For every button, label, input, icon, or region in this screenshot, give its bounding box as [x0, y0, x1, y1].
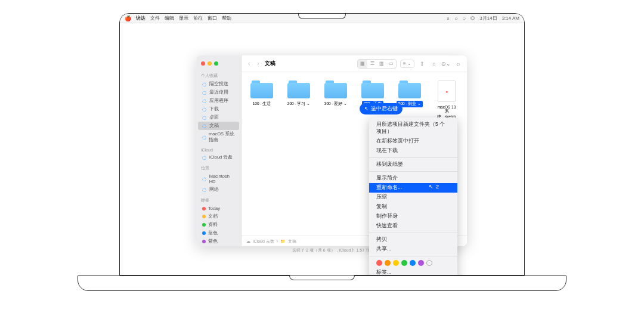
sidebar-item[interactable]: ◌iCloud 云盘	[196, 153, 241, 162]
context-menu-item-label: 现在下载	[376, 147, 398, 154]
menubar-item-file[interactable]: 文件	[150, 15, 160, 21]
sidebar-item[interactable]: 蓝色	[196, 229, 241, 237]
context-menu-item[interactable]: 移到废纸篓	[369, 160, 457, 169]
sidebar-item[interactable]: ◌最近使用	[196, 88, 241, 97]
sidebar-item[interactable]: ◌隔空投送	[196, 80, 241, 88]
folder-icon	[361, 80, 384, 98]
menubar-item-go[interactable]: 前往	[193, 15, 203, 21]
share-button[interactable]: ⇪	[418, 60, 426, 68]
search-button[interactable]: ⌕	[454, 60, 462, 68]
context-menu-item[interactable]: 在新标签页中打开	[369, 137, 457, 146]
sidebar-item[interactable]: ◌macOS 系统指南	[196, 130, 241, 144]
tag-color-dot[interactable]	[426, 260, 432, 266]
sidebar-item-label: 蓝色	[208, 230, 218, 236]
menubar-app-name[interactable]: 访达	[136, 15, 145, 21]
context-menu-item-label: 拷贝	[376, 236, 387, 243]
tag-color-dot[interactable]	[418, 260, 424, 266]
icon-view-button[interactable]: ▦	[358, 60, 367, 68]
context-menu-item[interactable]: 制作替身	[369, 212, 457, 221]
context-menu-item-label: 移到废纸篓	[376, 161, 403, 168]
folder-item[interactable]: 300 - 爱好 ⌄	[323, 80, 349, 107]
sidebar-item[interactable]: ◌Macintosh HD	[196, 172, 241, 185]
context-menu-item-label: 压缩	[376, 194, 387, 201]
sidebar-item-label: Today	[208, 206, 220, 211]
tag-color-dot[interactable]	[385, 260, 391, 266]
sidebar-item-label: 应用程序	[209, 98, 228, 104]
group-dropdown[interactable]: ≡ ⌄	[400, 60, 414, 68]
sidebar-item-label: 紫色	[208, 239, 218, 244]
sidebar-section-header: 标签	[196, 196, 241, 205]
tag-dot-icon	[202, 207, 206, 210]
menubar-item-view[interactable]: 显示	[179, 15, 188, 21]
sidebar-item[interactable]: 资料	[196, 221, 241, 229]
doc-icon: ◌	[202, 123, 207, 129]
tag-color-dot[interactable]	[410, 260, 416, 266]
sidebar-item[interactable]: ◌文稿	[198, 122, 239, 130]
menubar-item-edit[interactable]: 编辑	[165, 15, 174, 21]
sidebar-item-label: 资料	[208, 222, 218, 228]
sidebar-item[interactable]: Today	[196, 205, 241, 212]
tag-dot-icon	[202, 223, 206, 227]
minimize-button[interactable]	[208, 61, 212, 66]
sketch-file-icon: ●	[438, 80, 456, 102]
menubar-item-help[interactable]: 帮助	[222, 15, 231, 21]
context-menu-item[interactable]: 压缩	[369, 193, 457, 202]
folder-item[interactable]: 100 - 生活	[249, 80, 275, 107]
context-menu-item-label: 用所选项目新建文件夹（5 个项目）	[376, 121, 450, 135]
zoom-button[interactable]	[214, 61, 218, 66]
context-menu-item[interactable]: 用所选项目新建文件夹（5 个项目）	[369, 120, 457, 137]
context-menu-item[interactable]: 标签...	[369, 268, 457, 275]
laptop-base	[78, 275, 566, 291]
context-menu-item-label: 制作替身	[376, 213, 398, 220]
path-segment[interactable]: 文稿	[288, 239, 296, 244]
menubar-item-window[interactable]: 窗口	[208, 15, 217, 21]
control-center-icon[interactable]: ⌬	[470, 16, 475, 21]
sidebar-item[interactable]: ◌网络	[196, 185, 241, 194]
tag-color-dot[interactable]	[393, 260, 399, 266]
apple-menu-icon[interactable]: 🍎	[125, 16, 131, 21]
user-icon[interactable]: ⍜	[463, 16, 466, 21]
sidebar-item-label: 下载	[209, 106, 219, 112]
tag-color-dot[interactable]	[376, 260, 382, 266]
folder-icon	[287, 80, 310, 98]
context-menu-item[interactable]: 共享...	[369, 244, 457, 254]
menubar-time[interactable]: 3:14 AM	[502, 16, 519, 21]
annotation-bubble-2-text: 2	[436, 184, 439, 190]
tag-color-dot[interactable]	[401, 260, 407, 266]
cursor-icon: ↖	[364, 106, 369, 112]
folder-icon: ☁	[246, 239, 250, 244]
context-menu-item[interactable]: 拷贝	[369, 235, 457, 244]
tag-button[interactable]: ⌂	[430, 60, 438, 68]
sidebar-item[interactable]: 文档	[196, 212, 241, 221]
back-button[interactable]: ‹	[246, 60, 252, 67]
context-menu-item[interactable]: 显示简介	[369, 174, 457, 183]
sidebar-item[interactable]: ◌下载	[196, 105, 241, 113]
disk-icon: ◌	[202, 177, 207, 182]
list-view-button[interactable]: ☰	[367, 60, 377, 68]
file-item[interactable]: ●macOS 13 系统...sketch	[434, 80, 460, 120]
action-dropdown[interactable]: ⊙⌄	[442, 60, 450, 68]
folder-label: 200 - 学习 ⌄	[286, 101, 312, 107]
gallery-view-button[interactable]: ▭	[386, 60, 396, 68]
folder-item[interactable]: 200 - 学习 ⌄	[286, 80, 312, 107]
sidebar-item[interactable]: ◌桌面	[196, 113, 241, 122]
wifi-icon[interactable]: ⌅	[446, 16, 450, 21]
context-menu-item[interactable]: 快速查看	[369, 221, 457, 231]
spotlight-icon[interactable]: ⌕	[455, 16, 458, 21]
window-title: 文稿	[265, 60, 275, 67]
column-view-button[interactable]: ▥	[377, 60, 386, 68]
forward-button[interactable]: ›	[255, 60, 261, 67]
menubar-date[interactable]: 3月14日	[479, 15, 497, 21]
context-menu-item-label: 在新标签页中打开	[376, 138, 419, 145]
sidebar-item[interactable]: ◌应用程序	[196, 97, 241, 105]
path-segment[interactable]: iCloud 云盘	[253, 239, 274, 244]
context-menu-item[interactable]: 现在下载	[369, 146, 457, 156]
cloud-icon: ◌	[202, 155, 207, 160]
folder-item[interactable]: 500 - 副业 ⌄	[397, 80, 423, 107]
close-button[interactable]	[201, 61, 205, 66]
context-menu-item[interactable]: 复制	[369, 202, 457, 212]
sidebar-item-label: 桌面	[209, 114, 219, 120]
sidebar-item[interactable]: 紫色	[196, 237, 241, 246]
context-menu-item[interactable]: 重新命名...↖2	[369, 183, 457, 193]
context-menu-item-label: 复制	[376, 203, 387, 210]
